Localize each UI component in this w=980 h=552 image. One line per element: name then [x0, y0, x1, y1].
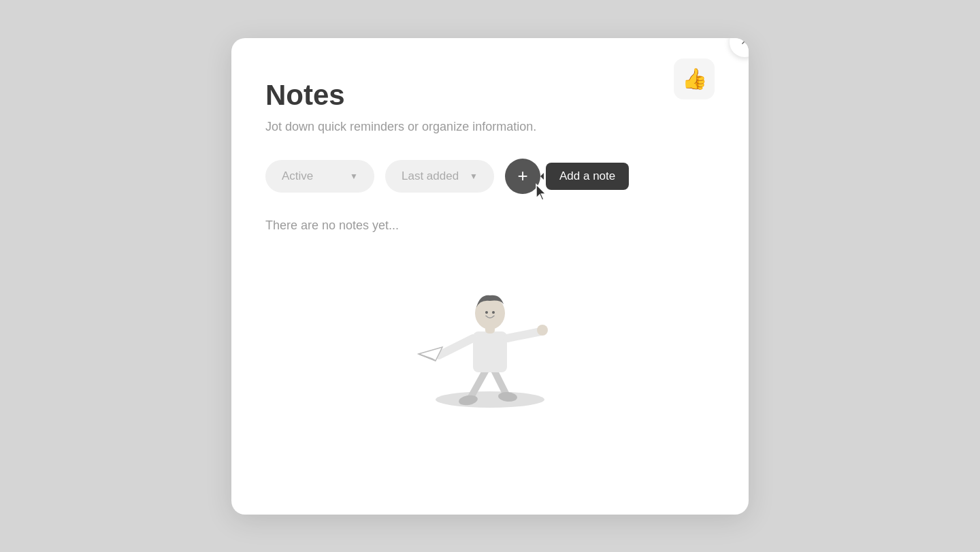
close-button[interactable]: ×: [730, 38, 749, 57]
add-note-button[interactable]: +: [505, 159, 540, 194]
chevron-down-icon: ▼: [470, 172, 478, 181]
svg-point-14: [485, 311, 488, 314]
chevron-down-icon: ▼: [350, 172, 358, 181]
sort-label: Last added: [402, 169, 459, 183]
filter-dropdown[interactable]: Active ▼: [265, 160, 374, 193]
sort-dropdown[interactable]: Last added ▼: [385, 160, 494, 193]
add-note-container: + Add a note: [505, 159, 540, 194]
svg-point-0: [436, 391, 544, 408]
svg-line-7: [507, 331, 541, 338]
page-background: × 👍 Notes Jot down quick reminders or or…: [0, 0, 980, 552]
empty-illustration: [265, 253, 715, 410]
plus-icon: +: [517, 165, 527, 186]
add-note-tooltip: Add a note: [546, 163, 629, 190]
modal-subtitle: Jot down quick reminders or organize inf…: [265, 120, 715, 134]
filter-label: Active: [282, 169, 313, 183]
svg-point-15: [492, 311, 495, 314]
thumbs-up-icon: 👍: [674, 59, 715, 99]
svg-rect-5: [473, 331, 507, 372]
notes-modal: × 👍 Notes Jot down quick reminders or or…: [231, 38, 749, 515]
svg-line-6: [439, 338, 473, 355]
empty-state-text: There are no notes yet...: [265, 218, 715, 233]
controls-row: Active ▼ Last added ▼ + Add a note: [265, 159, 715, 194]
modal-title: Notes: [265, 79, 715, 112]
svg-point-8: [537, 325, 548, 336]
close-icon: ×: [741, 38, 749, 50]
